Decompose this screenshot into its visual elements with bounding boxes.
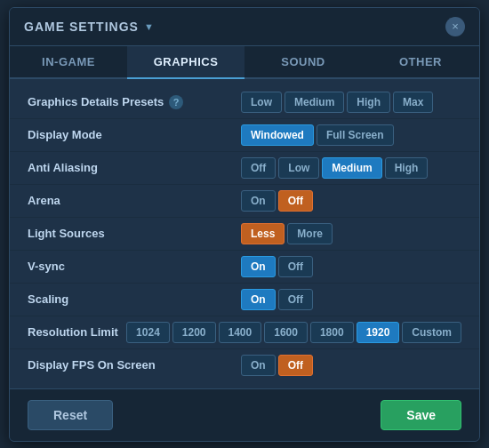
label-arena: Arena [28, 194, 241, 207]
row-anti-aliasing: Anti Aliasing Off Low Medium High [10, 152, 479, 185]
btn-res-1920[interactable]: 1920 [357, 322, 400, 343]
label-scaling: Scaling [28, 292, 241, 306]
label-light-sources: Light Sources [28, 227, 241, 240]
row-scaling: Scaling On Off [10, 284, 479, 316]
label-display-mode: Display Mode [28, 128, 241, 141]
game-settings-dialog: GAME SETTINGS ▼ × IN-GAME GRAPHICS SOUND… [9, 7, 480, 442]
btn-scaling-on[interactable]: On [241, 289, 276, 310]
controls-vsync: On Off [241, 256, 313, 277]
settings-content: Graphics Details Presets ? Low Medium Hi… [10, 79, 479, 388]
dialog-header: GAME SETTINGS ▼ × [10, 8, 479, 46]
controls-resolution-limit: 1024 1200 1400 1600 1800 1920 Custom [126, 322, 461, 343]
row-graphics-details-presets: Graphics Details Presets ? Low Medium Hi… [10, 86, 479, 119]
dialog-footer: Reset Save [10, 388, 479, 441]
row-arena: Arena On Off [10, 185, 479, 218]
title-text: GAME SETTINGS [24, 20, 139, 34]
label-display-fps: Display FPS On Screen [28, 358, 241, 372]
save-button[interactable]: Save [381, 400, 461, 430]
btn-fps-off[interactable]: Off [278, 355, 313, 376]
reset-button[interactable]: Reset [28, 400, 113, 430]
controls-scaling: On Off [241, 289, 313, 310]
btn-res-1400[interactable]: 1400 [219, 322, 262, 343]
tab-in-game[interactable]: IN-GAME [10, 46, 127, 79]
tab-graphics[interactable]: GRAPHICS [127, 46, 244, 79]
btn-vsync-off[interactable]: Off [278, 256, 313, 277]
btn-aa-high[interactable]: High [385, 157, 429, 179]
dialog-title: GAME SETTINGS ▼ [24, 20, 155, 34]
tabs-bar: IN-GAME GRAPHICS SOUND OTHER [10, 46, 479, 79]
btn-aa-off[interactable]: Off [241, 157, 276, 179]
btn-max[interactable]: Max [393, 92, 433, 113]
close-button[interactable]: × [445, 17, 465, 36]
tab-sound[interactable]: SOUND [244, 46, 362, 79]
btn-scaling-off[interactable]: Off [278, 289, 313, 310]
btn-arena-off[interactable]: Off [278, 190, 313, 212]
label-anti-aliasing: Anti Aliasing [28, 161, 241, 174]
controls-arena: On Off [241, 190, 313, 212]
btn-res-1600[interactable]: 1600 [264, 322, 308, 343]
btn-res-custom[interactable]: Custom [402, 322, 461, 343]
controls-graphics-details-presets: Low Medium High Max [241, 92, 433, 113]
tab-other[interactable]: OTHER [362, 46, 479, 79]
label-vsync: V-sync [28, 260, 241, 273]
label-graphics-details-presets: Graphics Details Presets ? [28, 95, 241, 109]
row-display-fps: Display FPS On Screen On Off [10, 349, 479, 381]
btn-aa-medium[interactable]: Medium [322, 157, 381, 179]
controls-light-sources: Less More [241, 223, 333, 244]
controls-display-mode: Windowed Full Screen [241, 124, 394, 146]
btn-res-1200[interactable]: 1200 [172, 322, 216, 343]
row-display-mode: Display Mode Windowed Full Screen [10, 119, 479, 152]
btn-high[interactable]: High [347, 92, 390, 113]
btn-low[interactable]: Low [241, 92, 282, 113]
help-icon-graphics[interactable]: ? [169, 95, 183, 109]
row-light-sources: Light Sources Less More [10, 218, 479, 251]
btn-fps-on[interactable]: On [241, 355, 276, 376]
controls-anti-aliasing: Off Low Medium High [241, 157, 428, 179]
btn-aa-low[interactable]: Low [278, 157, 319, 179]
controls-display-fps: On Off [241, 355, 313, 376]
btn-vsync-on[interactable]: On [241, 256, 276, 277]
label-resolution-limit: Resolution Limit [28, 325, 126, 339]
row-resolution-limit: Resolution Limit 1024 1200 1400 1600 180… [10, 316, 479, 349]
btn-light-more[interactable]: More [287, 223, 333, 244]
row-vsync: V-sync On Off [10, 251, 479, 284]
btn-windowed[interactable]: Windowed [241, 124, 314, 146]
btn-res-1024[interactable]: 1024 [126, 322, 170, 343]
title-arrow-icon: ▼ [144, 21, 155, 32]
btn-res-1800[interactable]: 1800 [310, 322, 354, 343]
btn-medium[interactable]: Medium [285, 92, 344, 113]
btn-fullscreen[interactable]: Full Screen [317, 124, 394, 146]
btn-light-less[interactable]: Less [241, 223, 285, 244]
btn-arena-on[interactable]: On [241, 190, 276, 212]
